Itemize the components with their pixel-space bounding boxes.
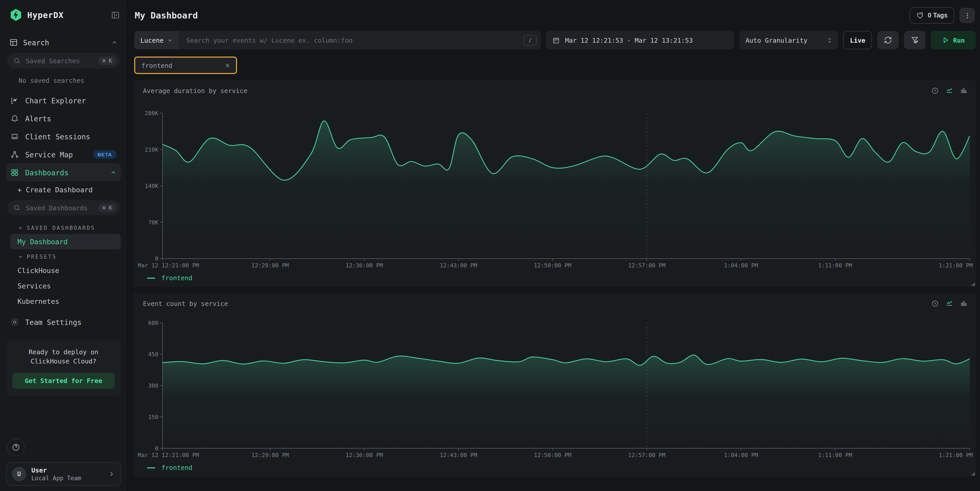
legend-dash [147,467,155,468]
chart-title: Average duration by service [143,87,931,95]
sidebar-item-team-settings[interactable]: Team Settings [6,313,121,331]
sidebar-item-service-map[interactable]: Service Map BETA [6,146,121,164]
y-tick-label: 70K [148,219,158,226]
chart-canvas[interactable]: 070K140K210K280KMar 12 12:21:00 PM12:29:… [136,98,974,273]
legend-series-name[interactable]: frontend [161,464,192,472]
chart-legend[interactable]: frontend [134,273,976,287]
search-section-label: Search [23,38,106,46]
panel-resize-handle[interactable] [971,472,975,475]
x-tick-label: 1:21:00 PM [939,262,973,269]
tags-button-label: 0 Tags [928,12,948,19]
line-chart-icon[interactable] [945,300,953,307]
app-title: HyperDX [27,10,107,20]
chart-canvas[interactable]: 0150300450600Mar 12 12:21:00 PM12:29:00 … [136,311,974,463]
bar-chart-icon[interactable] [960,87,968,95]
sidebar-item-alerts[interactable]: Alerts [6,110,121,127]
sidebar-item-chart-explorer[interactable]: Chart Explorer [6,92,121,110]
chevron-right-icon [108,470,115,478]
saved-searches-search[interactable]: ⌘ K [7,53,120,68]
series-area [162,355,970,448]
saved-searches-input[interactable] [25,56,95,65]
sidebar-item-label: Client Sessions [25,132,117,141]
chart-canvas-box[interactable]: 070K140K210K280KMar 12 12:21:00 PM12:29:… [134,98,976,273]
run-button[interactable]: Run [931,31,976,49]
presets-heading-label: PRESETS [27,253,57,260]
date-range-picker[interactable]: Mar 12 12:21:53 - Mar 12 13:21:53 [546,31,734,49]
help-button[interactable] [7,439,25,456]
saved-dashboards-heading[interactable]: SAVED DASHBOARDS [6,221,121,234]
sidebar-item-client-sessions[interactable]: Client Sessions [6,127,121,146]
chevron-up-icon [111,39,118,46]
live-button-label: Live [850,36,865,44]
sidebar-collapse-icon[interactable] [111,11,120,19]
saved-dashboards-input[interactable] [25,203,95,212]
series-area [162,121,970,259]
chart-panel-event-count: Event count by service 0150300450600Mar … [134,293,976,477]
filter-chip-frontend[interactable]: frontend [134,57,237,74]
x-tick-label: 1:21:00 PM [939,452,973,458]
slash-shortcut: / [523,35,537,46]
sidebar-item-label: Service Map [25,150,87,159]
tag-icon [916,11,924,19]
cmd-k-shortcut: ⌘ K [99,203,116,212]
chart-legend[interactable]: frontend [134,463,976,477]
preset-kubernetes[interactable]: Kubernetes [10,294,121,309]
filter-chip-value: frontend [142,62,172,69]
legend-series-name[interactable]: frontend [161,274,192,282]
saved-dashboards-search[interactable]: ⌘ K [7,200,120,215]
avatar: U [12,467,26,481]
x-tick-label: 12:36:00 PM [345,452,383,458]
refresh-icon [884,36,892,44]
dashboard-menu-button[interactable] [959,8,975,23]
user-card[interactable]: U User Local App Team [6,462,121,486]
x-tick-label: Mar 12 12:21:00 PM [138,262,199,269]
event-search-input[interactable] [185,36,523,44]
sidebar-section-search[interactable]: Search [6,34,121,51]
time-format-icon[interactable] [931,300,939,307]
main-content: My Dashboard 0 Tags Lucene [127,0,980,491]
sidebar-item-label: Team Settings [25,318,117,326]
create-dashboard-link[interactable]: + Create Dashboard [6,181,121,198]
chevron-down-icon [167,37,173,43]
granularity-select[interactable]: Auto Granularity [739,31,838,49]
presets-heading[interactable]: PRESETS [6,249,121,263]
hyperdx-logo-icon [9,8,22,22]
x-tick-label: 12:50:00 PM [534,452,571,458]
sidebar: HyperDX Search ⌘ K No saved searches [0,0,127,491]
service-map-icon [10,150,19,159]
language-select-label: Lucene [140,36,164,44]
y-tick-label: 150 [148,414,158,420]
y-tick-label: 0 [155,256,158,262]
refresh-button[interactable] [877,31,899,49]
sidebar-item-label: Chart Explorer [25,96,117,105]
live-button[interactable]: Live [843,31,872,49]
bar-chart-icon[interactable] [960,300,968,307]
get-started-button[interactable]: Get Started for Free [12,373,115,389]
granularity-value: Auto Granularity [746,36,826,44]
x-tick-label: 12:29:00 PM [251,452,289,458]
y-tick-label: 210K [145,146,159,153]
sidebar-item-dashboards[interactable]: Dashboards [6,164,121,181]
event-search-group: Lucene / [134,31,541,49]
close-icon[interactable] [224,62,231,68]
preset-clickhouse[interactable]: ClickHouse [10,263,121,278]
chart-canvas-box[interactable]: 0150300450600Mar 12 12:21:00 PM12:29:00 … [134,311,976,463]
sidebar-item-my-dashboard[interactable]: My Dashboard [10,234,121,249]
preset-services[interactable]: Services [10,278,121,294]
chevron-up-icon [110,169,117,176]
filter-edit-icon [911,36,919,44]
x-tick-label: 1:11:00 PM [818,262,852,269]
x-tick-label: 12:57:00 PM [628,262,666,269]
panel-resize-handle[interactable] [971,282,975,286]
x-tick-label: 12:43:00 PM [440,452,477,458]
time-format-icon[interactable] [931,87,939,95]
chart-title: Event count by service [143,300,931,307]
tags-button[interactable]: 0 Tags [910,7,954,24]
language-select[interactable]: Lucene [134,31,179,49]
chevron-up-down-icon [826,37,833,43]
line-chart-icon[interactable] [945,87,953,95]
calendar-icon [552,36,560,44]
sidebar-item-label: Dashboards [25,168,104,176]
filter-button[interactable] [904,31,926,49]
query-toolbar: Lucene / Mar 12 12:21:53 - Mar 12 13:21:… [134,31,976,49]
